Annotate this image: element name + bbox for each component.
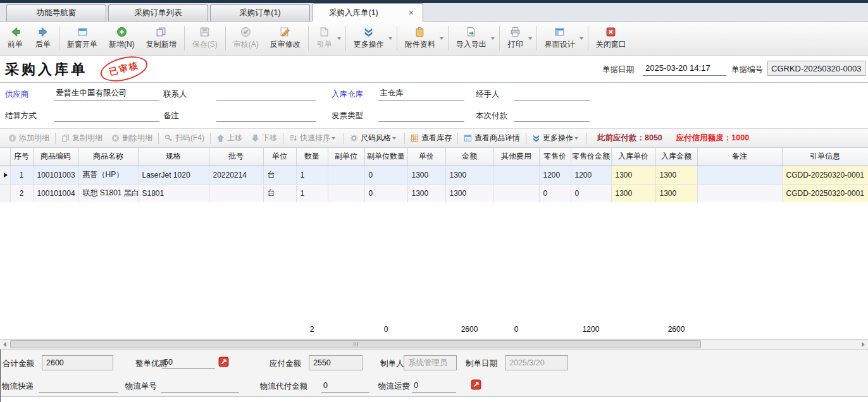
table-row[interactable]: 1 100101003 惠普（HP） LaserJet 1020 2022021… <box>0 166 868 184</box>
cell-seq[interactable]: 2 <box>10 184 33 202</box>
print-dropdown-arrow[interactable] <box>528 37 532 40</box>
scan-barcode-button[interactable]: 扫码(F4) <box>160 129 209 147</box>
remark-input[interactable] <box>216 108 316 122</box>
cell-inamt[interactable]: 1300 <box>655 184 697 202</box>
col-header-retail[interactable]: 零售价 <box>539 148 571 166</box>
cell-name[interactable]: 联想 S1801 黑白 <box>78 184 138 202</box>
cell-otherfee[interactable] <box>493 184 539 202</box>
quick-sort-dropdown-arrow[interactable] <box>332 137 335 140</box>
close-window-button[interactable]: 关闭窗口 <box>590 23 632 54</box>
ui-design-button[interactable]: 界面设计 <box>539 23 581 54</box>
new-window-order-button[interactable]: 新窗开单 <box>61 23 103 54</box>
tab-purchase-order[interactable]: 采购订单(1) <box>210 4 310 21</box>
cell-retailamt[interactable]: 0 <box>571 184 611 202</box>
import-export-dropdown-arrow[interactable] <box>491 37 495 40</box>
move-down-button[interactable]: 下移 <box>247 129 282 147</box>
col-header-amount[interactable]: 金额 <box>445 148 493 166</box>
scrollbar-thumb[interactable] <box>10 340 701 348</box>
col-header-subunit[interactable]: 副单位 <box>328 148 364 166</box>
save-button[interactable]: 保存(S) <box>187 23 223 54</box>
scroll-right-button[interactable] <box>859 340 868 349</box>
cell-retailamt[interactable]: 1200 <box>571 166 611 184</box>
cell-qty[interactable]: 1 <box>296 166 328 184</box>
cell-amount[interactable]: 1300 <box>445 184 493 202</box>
col-header-subqty[interactable]: 副单位数量 <box>364 148 407 166</box>
logistics-trackno-input[interactable] <box>161 379 239 393</box>
more-actions-dropdown-arrow[interactable] <box>388 37 392 40</box>
col-header-name[interactable]: 商品名称 <box>78 148 138 166</box>
cell-unit[interactable]: 台 <box>263 184 296 202</box>
col-header-unit[interactable]: 单位 <box>263 148 296 166</box>
table-row[interactable]: 2 100101004 联想 S1801 黑白 S1801 台 1 0 1300… <box>0 184 868 202</box>
freight-adjust-button[interactable] <box>471 379 481 390</box>
cell-subunit[interactable] <box>328 184 364 202</box>
pull-order-button[interactable]: 引单 <box>311 23 338 54</box>
prev-doc-button[interactable]: 前单 <box>1 23 29 54</box>
col-header-inamt[interactable]: 入库金额 <box>655 148 697 166</box>
attachments-button[interactable]: 附件资料 <box>399 23 441 54</box>
col-header-inprice[interactable]: 入库单价 <box>611 148 655 166</box>
import-export-button[interactable]: 导入导出 <box>450 23 492 54</box>
cell-retail[interactable]: 1200 <box>539 166 571 184</box>
copy-new-button[interactable]: 复制新增 <box>140 23 182 54</box>
contact-input[interactable] <box>216 87 316 100</box>
size-style-dropdown-arrow[interactable] <box>392 137 396 140</box>
col-header-otherfee[interactable]: 其他费用 <box>493 148 539 166</box>
quick-sort-button[interactable]: 快速排序 <box>285 129 342 147</box>
audit-button[interactable]: 审核(A) <box>228 23 264 54</box>
col-header-batch[interactable]: 批号 <box>209 148 263 166</box>
cell-remark[interactable] <box>697 184 782 202</box>
cell-subunit[interactable] <box>328 166 364 184</box>
col-header-qty[interactable]: 数量 <box>296 148 328 166</box>
print-button[interactable]: 打印 <box>502 23 530 54</box>
supplier-input[interactable] <box>54 87 159 100</box>
cell-subqty[interactable]: 0 <box>364 184 407 202</box>
add-new-button[interactable]: 新增(N) <box>103 23 140 54</box>
cell-qty[interactable]: 1 <box>296 184 328 202</box>
col-header-retailamt[interactable]: 零售价金额 <box>571 148 611 166</box>
logistics-freight-input[interactable] <box>412 379 456 393</box>
unaudit-modify-button[interactable]: 反审修改 <box>264 23 306 54</box>
cell-seq[interactable]: 1 <box>10 166 33 184</box>
cell-price[interactable]: 1300 <box>407 184 445 202</box>
tab-nav-window[interactable]: 功能导航窗 <box>6 4 106 21</box>
cell-inamt[interactable]: 1300 <box>655 166 697 184</box>
more-actions-button[interactable]: 更多操作 <box>348 23 390 54</box>
total-amount-input[interactable] <box>42 355 113 370</box>
col-header-refinfo[interactable]: 引单信息 <box>782 148 868 166</box>
cell-refinfo[interactable]: CGDD-20250320-0001 <box>782 184 868 202</box>
doc-no-input[interactable] <box>767 61 865 76</box>
logistics-cod-input[interactable] <box>321 379 369 393</box>
detail-more-actions-button[interactable]: 更多操作 <box>528 129 585 147</box>
discount-adjust-button[interactable] <box>218 356 229 367</box>
handler-input[interactable] <box>514 87 590 100</box>
cell-unit[interactable]: 台 <box>263 166 296 184</box>
cell-inprice[interactable]: 1300 <box>611 184 655 202</box>
col-header-code[interactable]: 商品编码 <box>33 148 78 166</box>
move-up-button[interactable]: 上移 <box>212 129 247 147</box>
attachments-dropdown-arrow[interactable] <box>440 37 443 40</box>
payable-amount-input[interactable] <box>309 355 363 370</box>
col-header-price[interactable]: 单价 <box>407 148 445 166</box>
order-discount-input[interactable] <box>162 355 215 369</box>
copy-detail-button[interactable]: 复制明细 <box>57 129 107 147</box>
cell-otherfee[interactable] <box>493 166 539 184</box>
delete-detail-button[interactable]: 删除明细 <box>107 129 157 147</box>
payment-input[interactable] <box>514 108 590 122</box>
cell-spec[interactable]: LaserJet 1020 <box>138 166 209 184</box>
cell-name[interactable]: 惠普（HP） <box>78 166 138 184</box>
make-date-input[interactable] <box>505 355 568 370</box>
cell-batch[interactable]: 20220214 <box>209 166 263 184</box>
add-detail-button[interactable]: 添加明细 <box>4 129 54 147</box>
cell-inprice[interactable]: 1300 <box>611 166 655 184</box>
col-header-remark[interactable]: 备注 <box>697 148 782 166</box>
cell-code[interactable]: 100101004 <box>33 184 78 202</box>
view-product-detail-button[interactable]: 查看商品详情 <box>459 129 524 147</box>
size-style-button[interactable]: 尺码风格 <box>345 129 403 147</box>
cell-refinfo[interactable]: CGDD-20250320-0001 <box>782 166 868 184</box>
pull-order-dropdown-arrow[interactable] <box>337 37 341 40</box>
cell-code[interactable]: 100101003 <box>33 166 78 184</box>
maker-input[interactable] <box>404 355 457 370</box>
ui-design-dropdown-arrow[interactable] <box>580 37 583 40</box>
col-header-spec[interactable]: 规格 <box>138 148 209 166</box>
